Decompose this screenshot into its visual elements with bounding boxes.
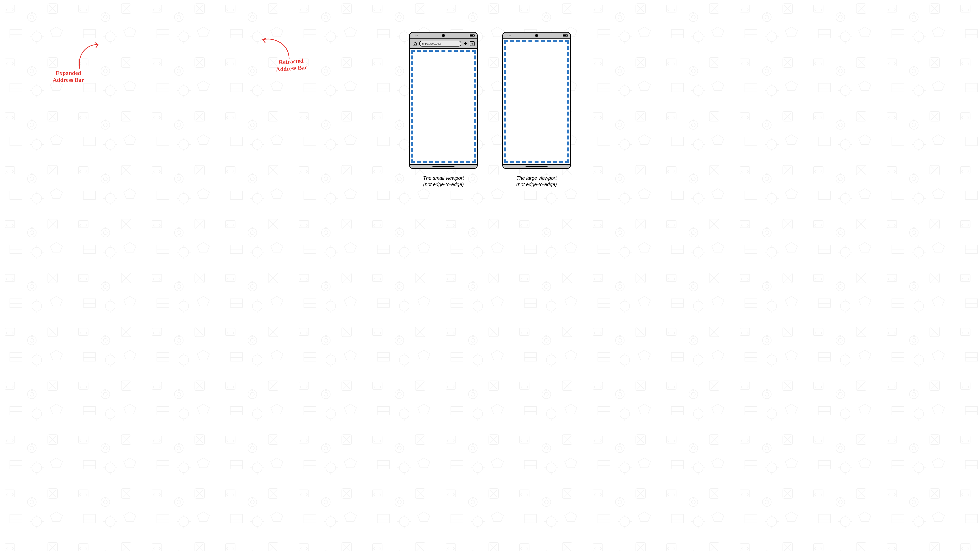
camera-icon — [535, 34, 538, 37]
gesture-bar — [410, 164, 477, 168]
battery-icon — [470, 34, 474, 37]
status-time: 11:45 — [412, 34, 418, 37]
viewport-dashed-outline — [504, 40, 569, 164]
status-bar: 11:45 — [503, 33, 570, 39]
home-icon[interactable] — [412, 41, 417, 46]
phone-large-viewport: 11:45 — [502, 32, 571, 169]
caption-large-viewport: The large viewport(not edge-to-edge) — [516, 175, 557, 187]
phone-small-viewport: 11:45 https://web.dev/ + 5 — [409, 32, 478, 169]
gesture-bar — [503, 164, 570, 168]
url-field[interactable]: https://web.dev/ — [419, 41, 461, 46]
new-tab-icon[interactable]: + — [463, 41, 468, 46]
url-text: https://web.dev/ — [422, 42, 441, 45]
status-time: 11:45 — [506, 34, 511, 37]
diagram-stage: 11:45 https://web.dev/ + 5 Th — [0, 0, 980, 551]
caption-small-viewport: The small viewport(not edge-to-edge) — [423, 175, 464, 187]
tab-count-button[interactable]: 5 — [470, 41, 474, 46]
battery-icon — [563, 34, 568, 37]
viewport-small — [410, 49, 477, 164]
annotation-retracted: RetractedAddress Bar — [275, 57, 307, 73]
viewport-dashed-outline — [411, 50, 476, 164]
tab-count-value: 5 — [471, 42, 473, 45]
status-bar: 11:45 — [410, 33, 477, 39]
address-bar-expanded: https://web.dev/ + 5 — [410, 39, 477, 49]
left-column: 11:45 https://web.dev/ + 5 Th — [409, 32, 478, 187]
viewport-large — [503, 39, 570, 164]
right-column: 11:45 The large viewport(not edge-to-edg… — [502, 32, 571, 187]
annotation-expanded: ExpandedAddress Bar — [52, 70, 84, 83]
camera-icon — [442, 34, 445, 37]
